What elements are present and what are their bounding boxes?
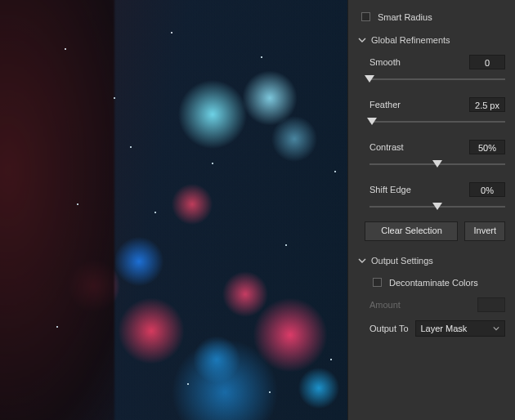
amount-label: Amount — [369, 300, 401, 310]
global-refinements-title: Global Refinements — [371, 35, 450, 45]
chevron-down-icon — [358, 257, 366, 265]
output-settings-title: Output Settings — [371, 256, 433, 266]
shift-edge-value[interactable]: 0% — [469, 182, 505, 197]
invert-button[interactable]: Invert — [464, 221, 505, 241]
refine-buttons: Clear Selection Invert — [358, 221, 505, 241]
properties-panel: Smart Radius Global Refinements Smooth 0… — [347, 0, 515, 420]
image-canvas[interactable] — [0, 0, 347, 420]
smooth-value[interactable]: 0 — [469, 55, 505, 69]
feather-thumb[interactable] — [367, 118, 377, 125]
global-refinements-header[interactable]: Global Refinements — [358, 35, 505, 45]
amount-slider — [407, 300, 471, 310]
shift-edge-thumb[interactable] — [432, 203, 442, 210]
contrast-slider[interactable] — [369, 159, 505, 169]
output-settings-header[interactable]: Output Settings — [358, 256, 505, 266]
smooth-label: Smooth — [369, 57, 401, 67]
contrast-value[interactable]: 50% — [469, 140, 505, 154]
output-to-select[interactable]: Layer Mask — [415, 320, 506, 337]
chevron-down-icon — [493, 324, 499, 333]
feather-row: Feather 2.5 px — [369, 97, 505, 127]
smart-radius-row: Smart Radius — [358, 10, 505, 24]
smooth-row: Smooth 0 — [369, 55, 505, 84]
clear-selection-button[interactable]: Clear Selection — [365, 221, 458, 241]
decon-checkbox[interactable] — [373, 278, 382, 287]
decon-row: Decontaminate Colors — [358, 275, 505, 289]
smart-radius-checkbox[interactable] — [361, 12, 370, 21]
chevron-down-icon — [358, 36, 366, 44]
amount-value — [477, 297, 505, 312]
output-to-value: Layer Mask — [421, 324, 468, 333]
feather-slider[interactable] — [369, 117, 505, 127]
feather-value[interactable]: 2.5 px — [469, 97, 505, 112]
output-to-row: Output To Layer Mask — [358, 320, 505, 337]
contrast-label: Contrast — [369, 142, 404, 152]
decon-label: Decontaminate Colors — [389, 278, 478, 288]
output-to-label: Output To — [369, 324, 409, 333]
amount-row: Amount — [358, 297, 505, 312]
smooth-thumb[interactable] — [365, 75, 374, 83]
contrast-row: Contrast 50% — [369, 140, 505, 169]
smooth-slider[interactable] — [369, 74, 505, 84]
feather-label: Feather — [369, 100, 401, 109]
shift-edge-slider[interactable] — [369, 202, 505, 212]
global-refinements-body: Smooth 0 Feather 2.5 px Contrast 50% — [358, 55, 505, 212]
smart-radius-label: Smart Radius — [378, 12, 432, 22]
shift-edge-row: Shift Edge 0% — [369, 182, 505, 212]
shift-edge-label: Shift Edge — [369, 185, 411, 194]
contrast-thumb[interactable] — [432, 160, 442, 168]
